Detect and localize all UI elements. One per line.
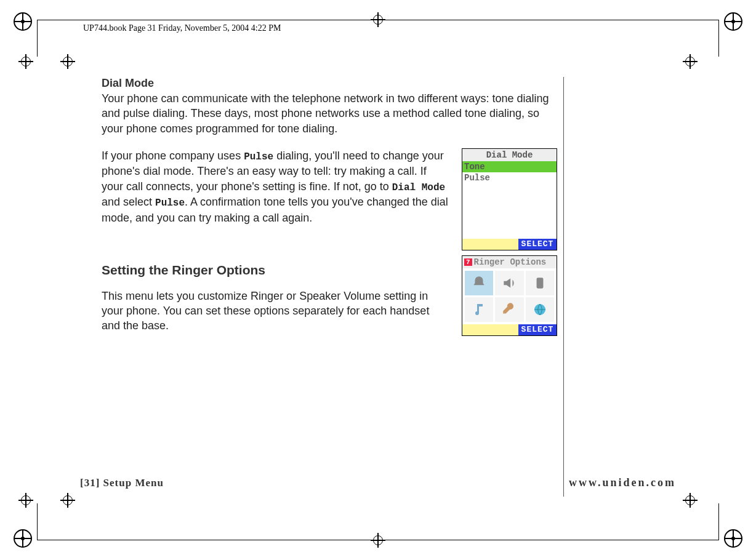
svg-rect-0 <box>536 278 543 288</box>
crop-line <box>718 503 719 540</box>
screen-menu-number: 7 <box>464 258 472 266</box>
crosshair-icon <box>60 493 75 508</box>
crosshair-icon <box>18 54 33 69</box>
key-icon <box>495 297 523 322</box>
registration-mark-icon <box>724 529 742 548</box>
paragraph: Your phone can communicate with the tele… <box>102 91 557 136</box>
speaker-icon <box>495 271 523 295</box>
section-name: Setup Menu <box>100 477 164 489</box>
screen-icon-grid <box>462 268 557 324</box>
registration-mark-icon <box>14 12 32 31</box>
paragraph: This menu lets you customize Ringer or S… <box>102 289 451 334</box>
screen-option-pulse: Pulse <box>462 172 557 183</box>
heading-ringer-options: Setting the Ringer Options <box>102 263 451 278</box>
osd-code: Dial Mode <box>392 182 445 193</box>
crosshair-icon <box>371 12 385 27</box>
page-footer: [31] Setup Menu www.uniden.com <box>80 476 676 489</box>
ringer-icon <box>465 271 493 295</box>
column-text: Setting the Ringer Options This menu let… <box>102 250 451 346</box>
page-meta-header: UP744.book Page 31 Friday, November 5, 2… <box>83 23 281 33</box>
screen-title: Ringer Options <box>474 257 547 267</box>
globe-icon <box>526 297 554 322</box>
crop-line <box>37 503 38 540</box>
crosshair-icon <box>60 54 75 69</box>
paragraph: If your phone company uses Pulse dialing… <box>102 148 451 225</box>
crop-line <box>37 20 38 57</box>
osd-code: Pulse <box>244 151 273 162</box>
phone-screen-ringer-options: 7 Ringer Options <box>462 255 557 336</box>
text: and select <box>102 196 155 208</box>
crosshair-icon <box>683 493 698 508</box>
crosshair-icon <box>18 493 33 508</box>
screen-soft-left <box>462 239 518 250</box>
phone-screen-dial-mode: Dial Mode Tone Pulse SELECT <box>462 148 557 250</box>
crosshair-icon <box>683 54 698 69</box>
vertical-rule <box>563 77 564 497</box>
vibrate-icon <box>526 271 554 295</box>
osd-code: Pulse <box>155 198 185 209</box>
website-url: www.uniden.com <box>569 476 676 489</box>
crop-line <box>718 20 719 57</box>
page-content: Dial Mode Your phone can communicate wit… <box>102 77 557 346</box>
note-icon <box>465 297 493 322</box>
screen-soft-select: SELECT <box>518 239 557 250</box>
registration-mark-icon <box>14 529 32 548</box>
screen-soft-left <box>462 324 518 335</box>
text: If your phone company uses <box>102 150 244 162</box>
screen-body <box>462 183 557 239</box>
crosshair-icon <box>371 533 385 548</box>
screen-soft-select: SELECT <box>518 324 557 335</box>
heading-dial-mode: Dial Mode <box>102 77 557 90</box>
screen-title: Dial Mode <box>462 149 557 161</box>
page-number: [31] <box>80 477 100 489</box>
screen-option-tone: Tone <box>462 161 557 172</box>
registration-mark-icon <box>724 12 742 31</box>
